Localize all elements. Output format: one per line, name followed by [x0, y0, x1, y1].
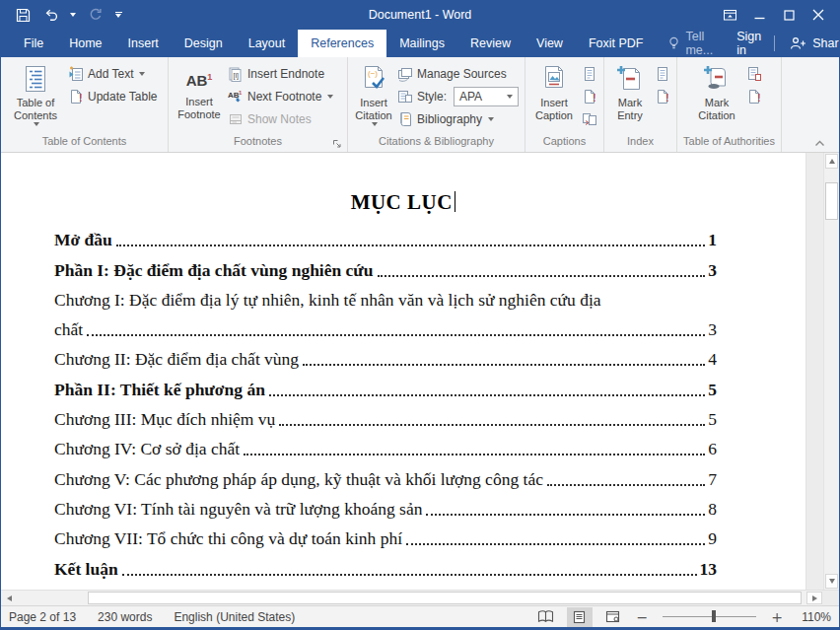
update-table-of-authorities-button[interactable]: !: [742, 85, 765, 107]
update-index-button[interactable]: !: [651, 85, 673, 107]
update-index-icon: !: [655, 89, 670, 105]
window-title: Document1 - Word: [149, 8, 691, 22]
sign-in-button[interactable]: Sign in: [725, 30, 773, 57]
ribbon-display-options-button[interactable]: [715, 2, 744, 28]
toc-entry[interactable]: Chương V: Các phương pháp áp dụng, kỹ th…: [54, 462, 717, 492]
scroll-right-button[interactable]: [806, 592, 822, 604]
minimize-button[interactable]: [744, 2, 774, 28]
toc-leader-dots: [426, 514, 705, 516]
read-mode-icon: [537, 610, 554, 623]
toc-entry[interactable]: Phần I: Đặc điểm địa chất vùng nghiên cứ…: [54, 253, 717, 283]
toc-entry[interactable]: Chương VI: Tính tài nguyên và trữ lượng …: [54, 493, 717, 523]
toc-leader-dots: [547, 484, 705, 486]
scroll-down-button[interactable]: [825, 574, 838, 589]
insert-endnote-button[interactable]: [i] Insert Endnote: [225, 62, 336, 85]
add-text-button[interactable]: Add Text: [65, 62, 161, 85]
toc-list: Mở đầu 1 Phần I: Đặc điểm địa chất vùng …: [1, 224, 805, 583]
scroll-left-button[interactable]: [1, 592, 17, 604]
insert-endnote-icon: [i]: [228, 66, 244, 82]
zoom-slider-thumb[interactable]: [712, 610, 716, 622]
dropdown-caret-icon: [34, 122, 39, 126]
language-indicator[interactable]: English (United States): [174, 610, 295, 624]
document-page[interactable]: MỤC LỤC Mở đầu 1 Phần I: Đặc điểm địa ch…: [1, 153, 805, 590]
dropdown-caret-icon: [507, 95, 513, 99]
toc-page-number: 5: [708, 377, 717, 403]
redo-button[interactable]: [84, 4, 107, 26]
toc-entry[interactable]: Chương III: Mục đích nhiệm vụ 5: [54, 403, 717, 433]
scroll-up-button[interactable]: [825, 154, 838, 169]
collapse-ribbon-button[interactable]: [814, 140, 825, 147]
vertical-scrollbar[interactable]: [823, 153, 839, 590]
horizontal-scrollbar-thumb[interactable]: [88, 592, 802, 604]
print-layout-button[interactable]: [567, 607, 593, 627]
group-label-footnotes: Footnotes: [169, 134, 347, 152]
maximize-button[interactable]: [774, 2, 804, 28]
dropdown-caret-icon: [372, 122, 378, 126]
manage-sources-button[interactable]: Manage Sources: [394, 62, 522, 85]
cross-reference-button[interactable]: [578, 107, 600, 130]
toc-entry[interactable]: Chương IV: Cơ sở địa chất 6: [54, 433, 717, 462]
update-table-icon: !: [582, 89, 597, 105]
vertical-scrollbar-thumb[interactable]: [825, 182, 838, 220]
toc-entry[interactable]: Chương VII: Tổ chức thi công và dự toán …: [54, 523, 717, 552]
svg-text:(−): (−): [368, 69, 378, 78]
toc-entry[interactable]: Kết luận 13: [54, 552, 717, 582]
update-table-button[interactable]: ! Update Table: [65, 85, 161, 107]
group-label-citations: Citations & Bibliography: [348, 134, 525, 152]
zoom-slider[interactable]: [663, 616, 756, 618]
read-mode-button[interactable]: [533, 607, 559, 627]
style-select[interactable]: APA: [454, 87, 519, 106]
share-button[interactable]: Share: [774, 36, 840, 50]
toc-entry[interactable]: chất 3: [54, 314, 717, 343]
table-of-contents-button[interactable]: Table of Contents: [6, 61, 65, 126]
word-count[interactable]: 230 words: [98, 610, 152, 624]
web-layout-icon: [605, 610, 620, 623]
toc-entry[interactable]: Chương I: Đặc điểm địa lý tự nhiên, kinh…: [54, 284, 717, 314]
toc-entry[interactable]: Chương II: Đặc điểm địa chất vùng 4: [54, 343, 717, 373]
ribbon-tab[interactable]: Layout: [236, 30, 299, 57]
svg-text:[i]: [i]: [234, 72, 240, 80]
toc-entry[interactable]: Mở đầu 1: [54, 224, 717, 253]
customize-qat-button[interactable]: [111, 4, 125, 26]
horizontal-scrollbar[interactable]: [1, 590, 839, 605]
mark-entry-button[interactable]: Mark Entry: [609, 61, 651, 122]
web-layout-button[interactable]: [600, 607, 626, 627]
insert-footnote-button[interactable]: AB1 Insert Footnote: [174, 61, 225, 121]
ribbon-tab[interactable]: Mailings: [386, 30, 457, 57]
ribbon-tab[interactable]: Home: [56, 30, 114, 57]
insert-index-button[interactable]: [651, 62, 673, 85]
ribbon-tab[interactable]: Design: [172, 30, 236, 57]
update-table-of-figures-button[interactable]: !: [578, 85, 600, 107]
ribbon-tab[interactable]: Foxit PDF: [576, 30, 657, 57]
save-button[interactable]: [11, 4, 35, 26]
bibliography-button[interactable]: Bibliography: [394, 107, 522, 130]
ribbon-tab[interactable]: Insert: [115, 30, 172, 57]
zoom-out-button[interactable]: −: [634, 609, 652, 625]
update-table-icon: !: [68, 89, 84, 105]
insert-table-of-figures-button[interactable]: [578, 62, 600, 85]
ribbon-group-table-of-contents: Table of Contents Add Text !: [1, 57, 169, 152]
insert-table-of-authorities-button[interactable]: [742, 62, 765, 85]
toc-entry[interactable]: Phần II: Thiết kế phương án 5: [54, 373, 717, 402]
ribbon-tab[interactable]: File: [11, 30, 56, 57]
ribbon-tab[interactable]: Review: [457, 30, 524, 57]
next-footnote-button[interactable]: AB1 Next Footnote: [225, 85, 336, 107]
zoom-in-button[interactable]: +: [768, 609, 786, 625]
toc-entry-text: Phần I: Đặc điểm địa chất vùng nghiên cứ…: [54, 257, 374, 284]
mark-citation-button[interactable]: Mark Citation: [691, 61, 742, 122]
ribbon-tab[interactable]: References: [298, 30, 386, 57]
close-button[interactable]: [804, 2, 833, 28]
redo-icon: [89, 8, 103, 22]
undo-button[interactable]: [38, 4, 62, 26]
update-table-label: Update Table: [88, 90, 158, 104]
footnotes-dialog-launcher[interactable]: [332, 139, 342, 149]
tell-me-box[interactable]: Tell me...: [656, 30, 725, 57]
toc-page-number: 9: [708, 525, 717, 552]
zoom-level[interactable]: 110%: [794, 610, 831, 624]
ribbon-tab[interactable]: View: [524, 30, 576, 57]
insert-citation-button[interactable]: (−) Insert Citation: [353, 61, 394, 126]
share-person-icon: [790, 36, 806, 50]
undo-dropdown-caret-icon[interactable]: [66, 4, 80, 26]
insert-caption-button[interactable]: Insert Caption: [530, 61, 578, 122]
page-indicator[interactable]: Page 2 of 13: [9, 610, 76, 624]
